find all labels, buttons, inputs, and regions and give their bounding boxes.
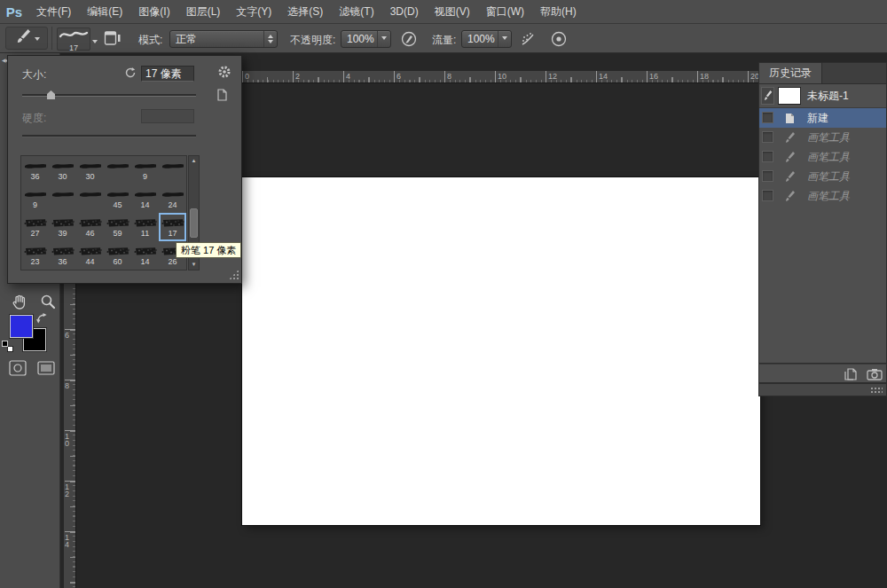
document-canvas[interactable] [242, 177, 760, 525]
tablet-pressure-opacity-icon[interactable] [400, 30, 418, 48]
brush-thumbnail-stroke [24, 160, 47, 172]
menu-item[interactable]: 选择(S) [279, 5, 331, 18]
menu-item[interactable]: 窗口(W) [478, 5, 532, 18]
menu-item[interactable]: 编辑(E) [79, 5, 130, 18]
history-brush-source[interactable] [761, 87, 774, 105]
resize-grip[interactable] [870, 387, 883, 395]
brush-preset-45[interactable]: 45 [104, 184, 131, 213]
brush-preset-36[interactable]: 36 [21, 156, 49, 184]
gear-icon[interactable] [217, 65, 232, 82]
airbrush-icon[interactable] [519, 30, 537, 48]
brush-preset-23[interactable]: 23 [21, 241, 49, 270]
brush-preset-cell-3[interactable] [104, 156, 131, 184]
slider-thumb[interactable] [47, 90, 55, 99]
history-state[interactable]: 画笔工具 [759, 147, 886, 167]
new-snapshot-icon[interactable] [867, 368, 883, 384]
zoom-tool-icon[interactable] [39, 293, 57, 310]
snapshot-thumbnail[interactable] [778, 87, 801, 105]
screen-mode-icon[interactable] [37, 360, 55, 378]
history-state[interactable]: 画笔工具 [759, 167, 886, 186]
brush-preset-60[interactable]: 60 [104, 241, 131, 270]
brush-preset-27[interactable]: 27 [21, 213, 49, 241]
brush-preset-9[interactable]: 9 [131, 156, 159, 184]
brush-preset-cell-7[interactable] [49, 184, 76, 213]
brush-preset-cell-5[interactable] [159, 156, 186, 184]
history-source-well[interactable] [762, 112, 773, 123]
history-source-well[interactable] [762, 151, 773, 162]
v-ruler-label: 8 [65, 380, 75, 389]
brush-preset-36[interactable]: 36 [49, 241, 76, 270]
brush-preset-cell-8[interactable] [76, 184, 104, 213]
brush-size-input[interactable] [141, 66, 194, 82]
document-icon [785, 112, 795, 128]
brush-preset-30[interactable]: 30 [49, 156, 76, 184]
brush-preset-24[interactable]: 24 [159, 184, 186, 213]
tab-history[interactable]: 历史记录 [759, 63, 822, 83]
reset-size-icon[interactable] [124, 67, 137, 82]
flow-combo[interactable]: 100% [461, 30, 512, 48]
menu-bar: Ps 文件(F)编辑(E)图像(I)图层(L)文字(Y)选择(S)滤镜(T)3D… [0, 0, 887, 24]
history-list: 未标题-1 新建画笔工具画笔工具画笔工具画笔工具 [758, 83, 887, 364]
scroll-up-icon[interactable]: ▲ [189, 156, 199, 166]
menu-item[interactable]: 视图(V) [427, 5, 478, 18]
brush-preset-picker[interactable]: 17 [57, 27, 90, 51]
resize-grip[interactable] [229, 270, 239, 279]
history-state[interactable]: 新建 [759, 108, 886, 128]
history-source-well[interactable] [762, 190, 773, 201]
brush-size-number: 39 [58, 230, 67, 238]
foreground-color-swatch[interactable] [11, 316, 32, 337]
hand-tool-icon[interactable] [11, 293, 28, 310]
brush-thumbnail-stroke [134, 160, 157, 172]
brush-thumbnail-stroke [106, 188, 130, 200]
history-state[interactable]: 画笔工具 [759, 128, 886, 147]
tablet-pressure-size-icon[interactable] [550, 30, 568, 48]
brush-thumbnail-stroke [79, 188, 102, 200]
brush-preset-14[interactable]: 14 [131, 184, 159, 213]
menu-item[interactable]: 图层(L) [178, 5, 229, 18]
brush-preset-39[interactable]: 39 [49, 213, 76, 241]
toggle-brush-panel-icon[interactable] [104, 30, 122, 50]
brush-size-number: 46 [85, 230, 94, 238]
blend-mode-select[interactable]: 正常 [169, 30, 278, 48]
brush-thumbnail-chalk [134, 245, 157, 257]
menu-item[interactable]: 滤镜(T) [331, 5, 381, 18]
brush-preset-9[interactable]: 9 [21, 184, 49, 213]
opacity-combo[interactable]: 100% [341, 30, 391, 48]
current-tool-button[interactable] [5, 27, 48, 50]
select-arrows[interactable] [263, 31, 277, 47]
quick-mask-icon[interactable] [9, 360, 27, 378]
dropdown-arrow[interactable] [498, 31, 511, 47]
brush-preset-30[interactable]: 30 [76, 156, 104, 184]
brush-preset-14[interactable]: 14 [131, 241, 159, 270]
scrollbar-thumb[interactable] [190, 208, 198, 238]
brush-thumbnail-chalk [106, 216, 130, 229]
dropdown-arrow[interactable] [377, 31, 390, 47]
brush-size-number: 9 [33, 201, 37, 209]
menu-item[interactable]: 文件(F) [28, 5, 79, 18]
history-source-well[interactable] [762, 131, 773, 143]
preset-dropdown-caret[interactable] [92, 40, 98, 46]
h-ruler-label: 18 [697, 71, 709, 82]
history-source-well[interactable] [762, 170, 773, 182]
new-brush-icon[interactable] [216, 89, 228, 105]
flow-label: 流量: [432, 33, 456, 48]
history-snapshot-row[interactable]: 未标题-1 [759, 84, 886, 108]
menu-item[interactable]: 图像(I) [130, 5, 177, 18]
brush-preset-11[interactable]: 11 [131, 213, 159, 241]
history-state-label: 画笔工具 [807, 186, 850, 206]
menu-item[interactable]: 文字(Y) [228, 5, 279, 18]
brush-preset-44[interactable]: 44 [76, 241, 104, 270]
menu-item[interactable]: 帮助(H) [532, 5, 585, 18]
default-colors-icon[interactable] [2, 341, 14, 353]
scroll-down-icon[interactable]: ▼ [189, 260, 199, 270]
new-document-from-state-icon[interactable] [844, 368, 858, 384]
brush-preset-46[interactable]: 46 [76, 213, 104, 241]
swap-colors-icon[interactable] [35, 312, 48, 325]
tool-options-bar: 17 模式: 正常 不透明度: 100% 流量: 100% [0, 24, 887, 53]
brush-preset-17[interactable]: 17 [159, 213, 186, 241]
menubar-items: 文件(F)编辑(E)图像(I)图层(L)文字(Y)选择(S)滤镜(T)3D(D)… [28, 0, 585, 23]
menu-item[interactable]: 3D(D) [382, 5, 427, 18]
brush-preset-59[interactable]: 59 [104, 213, 131, 241]
history-state[interactable]: 画笔工具 [759, 186, 886, 206]
brush-size-slider[interactable] [22, 90, 196, 100]
